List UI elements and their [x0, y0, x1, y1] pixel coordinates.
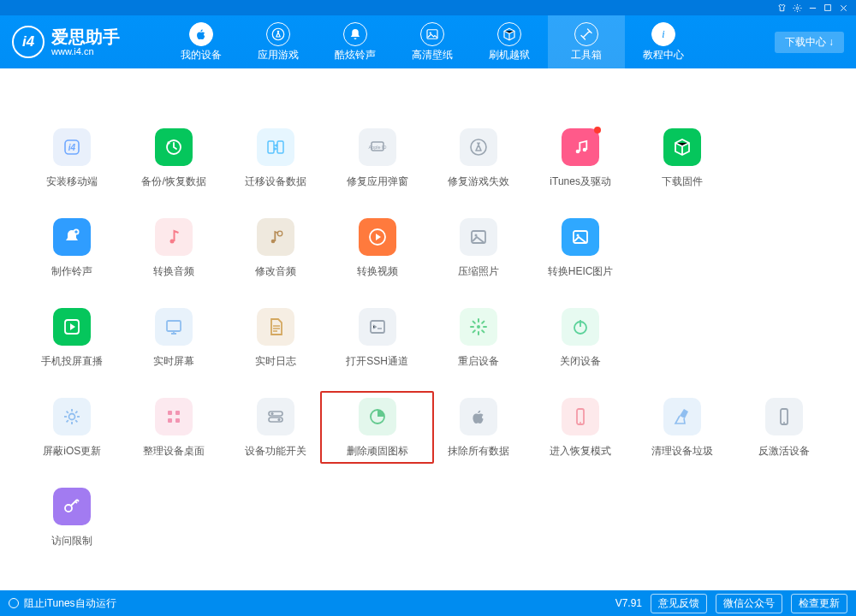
i4badge-icon: [53, 128, 91, 166]
itunes-block-status[interactable]: 阻止iTunes自动运行: [9, 596, 116, 611]
backrestore-icon: [155, 128, 193, 166]
tool-label: 备份/恢复数据: [141, 175, 205, 189]
tool-label: 清理设备垃圾: [651, 444, 713, 459]
tool-recovery-mode[interactable]: 进入恢复模式: [532, 398, 629, 459]
key-icon: [53, 488, 91, 525]
nav-appstore[interactable]: 应用游戏: [240, 15, 317, 68]
nav-bell[interactable]: 酷炫铃声: [317, 15, 394, 68]
gear-icon: [53, 398, 91, 435]
svg-rect-2: [825, 5, 831, 11]
bellplus-icon: [53, 218, 91, 256]
power-icon: [562, 308, 599, 346]
tool-label: 设备功能开关: [245, 444, 306, 459]
titlebar: [0, 0, 856, 15]
nav-label: 工具箱: [571, 48, 602, 62]
monitor-icon: [155, 308, 193, 346]
version-label: V7.91: [615, 597, 642, 609]
spin-icon: [460, 308, 497, 346]
doc-icon: [257, 308, 294, 346]
tool-label: 重启设备: [458, 354, 499, 369]
nav-box[interactable]: 刷机越狱: [471, 15, 548, 68]
tshirt-icon[interactable]: [774, 0, 789, 15]
tools-icon: [574, 22, 598, 46]
logo[interactable]: i4 爱思助手 www.i4.cn: [0, 26, 163, 58]
svg-point-0: [796, 7, 799, 9]
tool-label: 转换HEIC图片: [548, 264, 614, 279]
playbox-icon: [53, 308, 91, 346]
apple-icon: [460, 398, 497, 435]
nav-label: 酷炫铃声: [335, 48, 376, 62]
tool-realtime-screen[interactable]: 实时屏幕: [126, 308, 223, 369]
tool-screen-cast[interactable]: 手机投屏直播: [24, 308, 121, 369]
tool-make-ringtone[interactable]: 制作铃声: [24, 218, 121, 279]
appid-icon: [359, 128, 396, 166]
phone-icon: [765, 398, 803, 435]
nav-label: 刷机越狱: [489, 48, 530, 62]
tool-convert-heic[interactable]: 转换HEIC图片: [532, 218, 629, 279]
note-icon: [155, 218, 193, 256]
download-center-button[interactable]: 下载中心 ↓: [775, 32, 844, 53]
tool-label: 修复应用弹窗: [347, 175, 408, 189]
tool-deactivate[interactable]: 反激活设备: [735, 398, 832, 459]
tool-label: 访问限制: [51, 534, 92, 548]
tool-shutdown-device[interactable]: 关闭设备: [532, 308, 629, 369]
nav-image[interactable]: 高清壁纸: [394, 15, 471, 68]
tool-block-ios-update[interactable]: 屏蔽iOS更新: [24, 398, 121, 459]
tool-compress-photo[interactable]: 压缩照片: [431, 218, 527, 279]
play-icon: [359, 218, 396, 256]
maximize-icon[interactable]: [820, 0, 835, 15]
header: i4 爱思助手 www.i4.cn 我的设备应用游戏酷炫铃声高清壁纸刷机越狱工具…: [0, 15, 856, 68]
tool-label: 关闭设备: [560, 354, 601, 369]
tool-realtime-log[interactable]: 实时日志: [228, 308, 324, 369]
tool-fix-game[interactable]: 修复游戏失效: [431, 128, 527, 189]
tool-install-mobile[interactable]: 安装移动端: [24, 128, 121, 189]
wechat-button[interactable]: 微信公众号: [716, 594, 782, 613]
tool-backup-restore[interactable]: 备份/恢复数据: [126, 128, 223, 189]
tool-migrate-device[interactable]: 迁移设备数据: [228, 128, 324, 189]
feedback-button[interactable]: 意见反馈: [651, 594, 707, 613]
tool-label: 下载固件: [662, 175, 703, 189]
close-icon[interactable]: [835, 0, 851, 15]
tool-download-firmware[interactable]: 下载固件: [634, 128, 731, 189]
tool-delete-stubborn-icon[interactable]: 删除顽固图标: [320, 391, 434, 464]
check-update-button[interactable]: 检查更新: [791, 594, 847, 613]
tool-reboot-device[interactable]: 重启设备: [431, 308, 527, 369]
tool-label: 整理设备桌面: [143, 444, 205, 459]
toolbox-main: 安装移动端备份/恢复数据迁移设备数据修复应用弹窗修复游戏失效iTunes及驱动下…: [0, 68, 856, 590]
nav-apple[interactable]: 我的设备: [163, 15, 240, 68]
tool-convert-video[interactable]: 转换视频: [329, 218, 425, 279]
phone-icon: [562, 398, 599, 435]
tool-erase-all[interactable]: 抹除所有数据: [431, 398, 527, 459]
tool-label: 迁移设备数据: [245, 175, 306, 189]
grid-icon: [155, 398, 193, 435]
nav-info[interactable]: 教程中心: [625, 15, 702, 68]
tool-clean-junk[interactable]: 清理设备垃圾: [634, 398, 731, 459]
tool-access-restrict[interactable]: 访问限制: [24, 488, 121, 548]
minimize-icon[interactable]: [805, 0, 820, 15]
tool-fix-app-popup[interactable]: 修复应用弹窗: [329, 128, 425, 189]
tool-convert-audio[interactable]: 转换音频: [126, 218, 223, 279]
appstore-icon: [460, 128, 497, 166]
tool-label: 屏蔽iOS更新: [43, 444, 101, 459]
tool-label: 反激活设备: [758, 444, 810, 459]
status-text: 阻止iTunes自动运行: [24, 596, 116, 611]
tool-label: 实时日志: [255, 354, 296, 369]
tool-label: 实时屏幕: [153, 354, 194, 369]
picture-icon: [562, 218, 599, 256]
toggles-icon: [257, 398, 294, 435]
tool-edit-audio[interactable]: 修改音频: [228, 218, 324, 279]
tool-label: 制作铃声: [51, 264, 92, 279]
migrate-icon: [257, 128, 294, 166]
tool-label: 修复游戏失效: [448, 175, 509, 189]
box-icon: [497, 22, 521, 46]
tool-itunes-driver[interactable]: iTunes及驱动: [532, 128, 629, 189]
nav-tools[interactable]: 工具箱: [548, 15, 625, 68]
gear-icon[interactable]: [789, 0, 805, 15]
tool-feature-toggle[interactable]: 设备功能开关: [228, 398, 324, 459]
tool-label: iTunes及驱动: [550, 175, 611, 189]
picture-icon: [460, 218, 497, 256]
tool-label: 打开SSH通道: [346, 354, 408, 369]
tool-tidy-desktop[interactable]: 整理设备桌面: [126, 398, 223, 459]
tool-open-ssh[interactable]: 打开SSH通道: [329, 308, 425, 369]
logo-badge-icon: i4: [12, 26, 45, 58]
